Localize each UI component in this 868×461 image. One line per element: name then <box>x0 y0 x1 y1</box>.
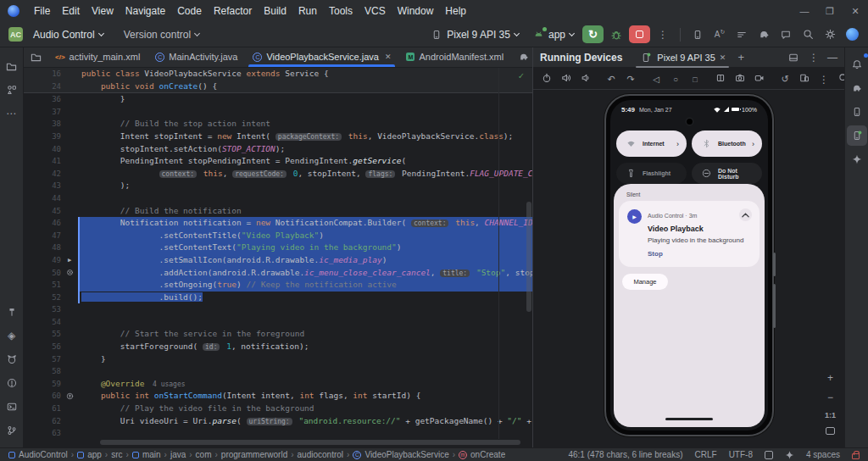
breadcrumb-oncreate[interactable]: monCreate <box>459 450 505 459</box>
search-button[interactable] <box>798 25 817 44</box>
todo-button[interactable] <box>732 25 751 44</box>
back-button[interactable]: ◁ <box>649 70 663 86</box>
more-actions-button[interactable]: ⋮ <box>654 25 672 44</box>
power-button[interactable] <box>540 71 554 86</box>
tool-button-resource-manager[interactable] <box>2 80 22 100</box>
zoom-fit-button[interactable] <box>826 427 835 435</box>
editor-tab-mainactivity-java[interactable]: CMainActivity.java <box>147 47 245 67</box>
qs-tile-bluetooth[interactable]: Bluetooth› <box>692 131 762 157</box>
code-line-60[interactable]: 60 public int onStartCommand(Intent inte… <box>24 390 532 403</box>
volume-down-button[interactable] <box>579 71 593 86</box>
add-device-tab-button[interactable]: + <box>737 51 744 64</box>
window-minimize-button[interactable]: — <box>792 6 817 16</box>
line-number[interactable]: 46 <box>24 217 61 230</box>
breadcrumb-java[interactable]: java <box>170 450 186 459</box>
line-number[interactable]: 54 <box>24 316 61 329</box>
code-line-37[interactable]: 37 <box>24 106 532 119</box>
line-number[interactable]: 52 <box>24 292 61 304</box>
ai-assistant-button[interactable] <box>776 25 795 44</box>
line-number[interactable]: 49 <box>24 254 61 267</box>
tool-button-version-control[interactable] <box>2 420 22 441</box>
code-line-51[interactable]: 51 .setOngoing(true) // Keep the notific… <box>24 279 532 292</box>
code-line-42[interactable]: 42 context: this, requestCode: 0, stopIn… <box>24 168 532 181</box>
breadcrumb-app[interactable]: app <box>77 450 102 459</box>
encoding[interactable]: UTF-8 <box>729 450 753 459</box>
breadcrumb-com[interactable]: com <box>196 450 212 459</box>
line-number[interactable]: 41 <box>24 155 61 168</box>
device-tab[interactable]: Pixel 9 API 35 ✕ <box>634 47 731 68</box>
panel-options-icon[interactable]: ⋮ <box>809 52 819 64</box>
layout-icon[interactable] <box>787 51 800 64</box>
code-line-53[interactable]: 53 <box>24 303 532 316</box>
stop-button[interactable] <box>629 25 650 43</box>
code-line-46[interactable]: 46 Notification notification = new Notif… <box>24 217 532 230</box>
sync-button[interactable]: A↻ <box>710 25 729 44</box>
volume-up-button[interactable] <box>559 71 573 86</box>
line-number[interactable]: 38 <box>24 118 61 131</box>
gutter-play-icon[interactable]: ▶ <box>64 255 75 265</box>
gutter-cancel-icon[interactable] <box>64 268 75 278</box>
line-number[interactable]: 59 <box>24 378 61 391</box>
line-number[interactable]: 40 <box>24 143 61 156</box>
tool-button-more-h[interactable]: ⋯ <box>2 103 22 124</box>
code-line-58[interactable]: 58 <box>24 365 532 378</box>
zoom-in-button[interactable]: + <box>827 372 833 384</box>
code-line-54[interactable]: 54 <box>24 316 532 329</box>
hide-panel-icon[interactable]: — <box>827 52 837 64</box>
menu-item-code[interactable]: Code <box>171 3 208 19</box>
profile-button[interactable] <box>843 25 861 44</box>
code-line-40[interactable]: 40 stopIntent.setAction(STOP_ACTION); <box>24 143 532 156</box>
line-number[interactable]: 16 <box>24 68 61 81</box>
tool-button-notifications[interactable] <box>847 54 867 75</box>
tool-button-problems[interactable] <box>2 373 22 393</box>
qs-tile-do-not-disturb[interactable]: Do Not Disturb <box>692 163 762 184</box>
tool-button-gradle[interactable] <box>847 78 867 98</box>
vertical-scrollbar[interactable] <box>526 202 531 312</box>
rotate-left-button[interactable]: ↶ <box>604 70 618 86</box>
code-line-56[interactable]: 56 startForeground( id: 1, notification)… <box>24 341 532 353</box>
line-number[interactable]: 57 <box>24 353 61 366</box>
line-number[interactable]: 42 <box>24 168 61 181</box>
window-close-button[interactable]: ✕ <box>843 6 868 17</box>
editor-tab-androidmanifest-xml[interactable]: MAndroidManifest.xml <box>398 47 511 67</box>
project-widget[interactable]: Audio Control <box>28 26 108 43</box>
menu-item-help[interactable]: Help <box>439 3 472 19</box>
screen-record-button[interactable] <box>753 71 766 86</box>
device-manager-button[interactable] <box>688 25 707 44</box>
screenshot-button[interactable] <box>733 71 747 86</box>
breadcrumb-videoplaybackservice[interactable]: CVideoPlaybackService <box>353 450 448 459</box>
code-line-55[interactable]: 55 // Start the service in the foregroun… <box>24 328 532 341</box>
notification-stop-action[interactable]: Stop <box>648 250 663 258</box>
overview-button[interactable]: □ <box>688 70 702 86</box>
line-number[interactable]: 56 <box>24 341 61 353</box>
line-number[interactable]: 55 <box>24 328 61 341</box>
code-line-49[interactable]: 49▶ .setSmallIcon(android.R.drawable.ic_… <box>24 254 532 267</box>
indent-setting[interactable]: 4 spaces <box>806 450 840 459</box>
vcs-widget[interactable]: Version control <box>119 26 204 43</box>
editor-tab-activity-main-xml[interactable]: </>activity_main.xml <box>47 47 147 67</box>
line-number[interactable]: 58 <box>24 365 61 378</box>
displays-button[interactable] <box>798 71 811 86</box>
breadcrumb-programmerworld[interactable]: programmerworld <box>221 450 287 459</box>
breadcrumb-main[interactable]: main <box>132 450 161 459</box>
code-line-59[interactable]: 59 @Override 4 usages <box>24 378 532 391</box>
device-selector[interactable]: Pixel 9 API 35 <box>425 25 524 44</box>
editor-tab-videoplaybackservice-java[interactable]: CVideoPlaybackService.java✕ <box>245 47 398 67</box>
qs-tile-flashlight[interactable]: Flashlight <box>616 163 687 184</box>
code-line-24[interactable]: 24 public void onCreate() { <box>24 81 532 93</box>
tool-button-project[interactable] <box>2 56 22 76</box>
menu-item-refactor[interactable]: Refactor <box>208 3 258 19</box>
gradle-sync-button[interactable] <box>754 25 773 44</box>
breadcrumb-src[interactable]: src <box>111 450 122 459</box>
menu-item-edit[interactable]: Edit <box>56 3 86 19</box>
line-number[interactable]: 39 <box>24 131 61 143</box>
run-configuration-selector[interactable]: app <box>527 25 579 44</box>
code-line-52[interactable]: 52 .build(); <box>24 292 532 304</box>
gemini-icon[interactable] <box>785 450 794 459</box>
code-line-57[interactable]: 57 } <box>24 353 532 366</box>
line-number[interactable]: 24 <box>24 81 61 93</box>
line-number[interactable]: 53 <box>24 303 61 316</box>
code-line-39[interactable]: 39 Intent stopIntent = new Intent( packa… <box>24 131 532 143</box>
qs-tile-internet[interactable]: Internet› <box>616 131 687 157</box>
menu-item-tools[interactable]: Tools <box>323 3 359 19</box>
